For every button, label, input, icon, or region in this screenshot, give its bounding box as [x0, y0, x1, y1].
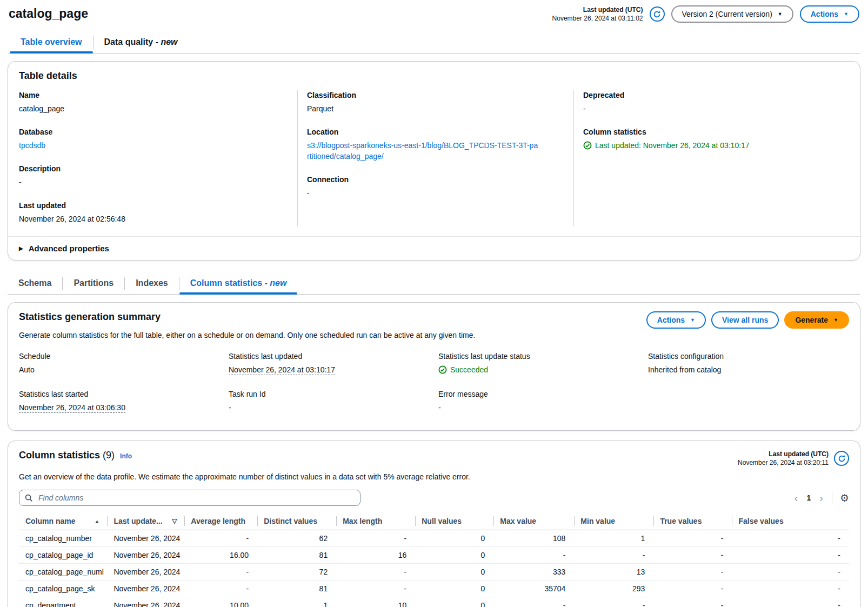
table-row: cp_catalog_page_numl November 26, 2024 -…	[19, 564, 849, 581]
header-null-values[interactable]: Null values	[415, 513, 493, 530]
cell-min-value: 1	[574, 530, 653, 547]
actions-label: Actions	[811, 10, 838, 18]
header-column-name[interactable]: Column name▲	[19, 513, 107, 530]
column-statistics-table: Column name▲ Last update...▽ Average len…	[19, 513, 849, 607]
schedule-value: Auto	[19, 364, 220, 375]
database-label: Database	[19, 127, 289, 137]
advanced-properties-toggle[interactable]: ▶ Advanced properties	[8, 236, 860, 260]
database-link[interactable]: tpcdsdb	[19, 141, 45, 150]
cell-max-value: 333	[493, 564, 574, 581]
header-min-value[interactable]: Min value	[574, 513, 653, 530]
stats-actions-button[interactable]: Actions ▼	[646, 311, 706, 329]
deprecated-value: -	[583, 103, 840, 114]
generate-button[interactable]: Generate ▼	[784, 311, 849, 329]
header-distinct-values[interactable]: Distinct values	[257, 513, 336, 530]
last-updated-label: Last updated	[19, 201, 289, 210]
cell-last-update: November 26, 2024	[107, 564, 184, 581]
table-details-title: Table details	[19, 70, 849, 82]
cell-null-values: 0	[415, 564, 493, 581]
stats-last-updated-value[interactable]: November 26, 2024 at 03:10:17	[229, 365, 335, 375]
tab-label: Partitions	[74, 278, 113, 288]
header-max-value[interactable]: Max value	[493, 513, 574, 530]
name-label: Name	[19, 90, 289, 100]
table-details-card: Table details Namecatalog_page Databaset…	[8, 61, 860, 261]
description-label: Description	[19, 164, 289, 174]
tab-table-overview[interactable]: Table overview	[10, 32, 93, 53]
column-stats-last-updated: Last updated (UTC) November 26, 2024 at …	[738, 450, 829, 467]
header-true-values[interactable]: True values	[653, 513, 732, 530]
tab-label: Column statistics -	[190, 278, 270, 288]
tab-new-badge: new	[270, 278, 286, 288]
next-page-button[interactable]: ›	[818, 492, 824, 503]
last-updated-value: November 26, 2024 at 03:11:02	[552, 14, 643, 23]
connection-value: -	[307, 188, 565, 198]
cell-average-length: 10.00	[184, 597, 257, 607]
stats-configuration-label: Statistics configuration	[648, 351, 849, 361]
version-select-button[interactable]: Version 2 (Current version) ▼	[671, 5, 793, 23]
table-settings-button[interactable]: ⚙	[840, 493, 849, 503]
cell-distinct-values: 81	[257, 547, 336, 564]
cell-true-values: -	[653, 581, 732, 597]
tab-label: Table overview	[21, 37, 82, 46]
pagination: ‹ 1 › ⚙	[793, 492, 849, 504]
cell-average-length: 16.00	[184, 547, 257, 564]
find-columns-search[interactable]	[19, 490, 360, 506]
location-link[interactable]: s3://blogpost-sparkoneks-us-east-1/blog/…	[307, 140, 539, 162]
triangle-right-icon: ▶	[19, 245, 23, 251]
cell-column-name: cp_catalog_number	[19, 530, 107, 547]
generate-label: Generate	[795, 316, 828, 324]
sort-ascending-icon: ▲	[94, 518, 102, 524]
column-statistics-title-text: Column statistics	[19, 450, 100, 461]
header-actions-button[interactable]: Actions ▼	[800, 5, 859, 23]
cell-null-values: 0	[415, 530, 493, 547]
page-number[interactable]: 1	[806, 493, 811, 502]
cell-max-value: 108	[493, 530, 574, 547]
tab-indexes[interactable]: Indexes	[125, 274, 179, 294]
cell-average-length: -	[184, 581, 257, 597]
update-status-value: Succeeded	[450, 364, 488, 375]
header-average-length[interactable]: Average length	[184, 513, 257, 530]
description-value: -	[19, 177, 289, 188]
cell-null-values: 0	[415, 547, 493, 564]
table-details-col-2: ClassificationParquet Locations3://blogp…	[297, 90, 573, 226]
cell-min-value: 13	[574, 564, 653, 581]
cell-max-value: -	[493, 597, 574, 607]
cell-max-length: 16	[336, 547, 415, 564]
refresh-button[interactable]	[834, 451, 849, 466]
header-max-length[interactable]: Max length	[336, 513, 415, 530]
advanced-properties-label: Advanced properties	[29, 244, 109, 253]
page-header: catalog_page Last updated (UTC) November…	[0, 0, 868, 23]
chevron-down-icon: ▼	[844, 12, 849, 17]
stats-configuration-value: Inherited from catalog	[648, 364, 849, 375]
cell-distinct-values: 72	[257, 564, 336, 581]
table-row: cp_catalog_page_id November 26, 2024 16.…	[19, 547, 849, 564]
last-updated-value: November 26, 2024 at 03:20:11	[738, 458, 829, 467]
header-last-update[interactable]: Last update...▽	[107, 513, 184, 530]
cell-max-length: -	[336, 530, 415, 547]
view-all-runs-button[interactable]: View all runs	[711, 311, 779, 329]
refresh-button[interactable]	[650, 6, 665, 22]
name-value: catalog_page	[19, 103, 289, 114]
column-statistics-card: Column statistics (9) Info Last updated …	[8, 441, 860, 607]
column-statistics-label: Column statistics	[583, 127, 840, 137]
version-select-label: Version 2 (Current version)	[682, 10, 772, 18]
stats-last-started-value[interactable]: November 26, 2024 at 03:06:30	[19, 403, 125, 413]
tab-partitions[interactable]: Partitions	[63, 274, 124, 294]
cell-true-values: -	[653, 597, 732, 607]
cell-true-values: -	[653, 530, 732, 547]
update-status-label: Statistics last update status	[438, 351, 639, 361]
tab-schema[interactable]: Schema	[8, 274, 62, 294]
column-statistics-last-updated: Last updated: November 26, 2024 at 03:10…	[595, 140, 750, 151]
success-check-icon	[583, 141, 592, 150]
table-details-col-3: Deprecated- Column statistics Last updat…	[573, 90, 849, 226]
previous-page-button[interactable]: ‹	[793, 492, 799, 503]
tab-column-statistics[interactable]: Column statistics - new	[179, 274, 298, 294]
cell-min-value: -	[574, 597, 653, 607]
info-link[interactable]: Info	[120, 452, 132, 460]
search-input[interactable]	[37, 493, 355, 503]
cell-false-values: -	[732, 547, 849, 564]
tab-data-quality[interactable]: Data quality - new	[94, 32, 189, 53]
cell-false-values: -	[732, 564, 849, 581]
stats-last-started-label: Statistics last started	[19, 389, 220, 399]
header-false-values[interactable]: False values	[732, 513, 849, 530]
